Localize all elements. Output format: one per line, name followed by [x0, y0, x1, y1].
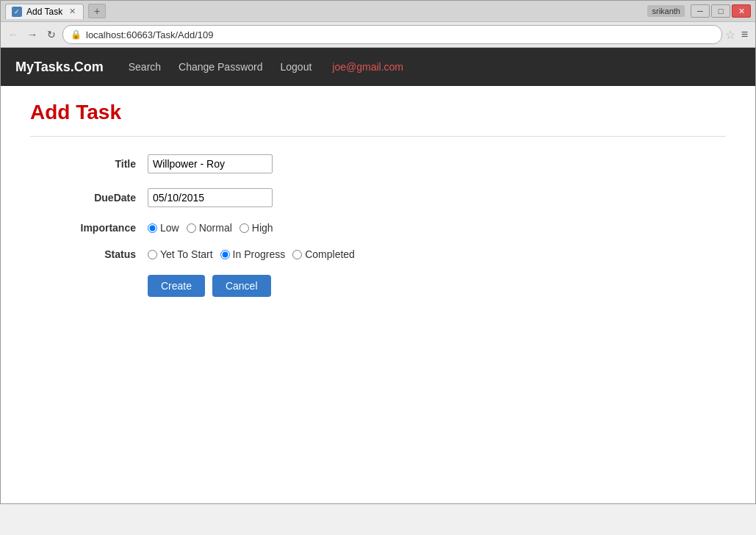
- browser-tab[interactable]: ✓ Add Task ✕: [5, 4, 84, 19]
- tab-close-button[interactable]: ✕: [67, 7, 77, 17]
- url-input[interactable]: [86, 29, 714, 40]
- importance-normal-option[interactable]: Normal: [187, 222, 232, 234]
- title-bar-left: ✓ Add Task ✕ +: [5, 4, 106, 19]
- nav-link-change-password[interactable]: Change Password: [179, 58, 262, 76]
- back-button[interactable]: ←: [5, 26, 21, 43]
- navbar-brand[interactable]: MyTasks.Com: [15, 60, 104, 75]
- title-row: Title: [60, 154, 726, 173]
- importance-high-radio[interactable]: [240, 223, 249, 233]
- navbar: MyTasks.Com Search Change Password Logou…: [1, 48, 755, 86]
- status-completed-label: Completed: [305, 248, 355, 260]
- status-row: Status Yet To Start In Progress Compl: [60, 248, 726, 260]
- importance-low-label: Low: [160, 222, 179, 234]
- status-completed-option[interactable]: Completed: [292, 248, 355, 260]
- status-label: Status: [60, 248, 148, 260]
- address-bar: ← → ↻ 🔒 ☆ ≡: [1, 21, 755, 48]
- status-yettostart-option[interactable]: Yet To Start: [148, 248, 213, 260]
- duedate-label: DueDate: [60, 192, 148, 204]
- importance-normal-label: Normal: [199, 222, 232, 234]
- tab-title: Add Task: [26, 7, 62, 17]
- duedate-input[interactable]: [148, 188, 273, 207]
- url-bar[interactable]: 🔒: [62, 25, 722, 44]
- importance-normal-radio[interactable]: [187, 223, 196, 233]
- status-inprogress-label: In Progress: [233, 248, 286, 260]
- restore-button[interactable]: □: [711, 4, 730, 18]
- status-completed-radio[interactable]: [292, 250, 302, 259]
- navbar-user-email: joe@gmail.com: [332, 61, 403, 73]
- close-button[interactable]: ✕: [732, 4, 751, 18]
- forward-button[interactable]: →: [24, 26, 40, 43]
- minimize-button[interactable]: ─: [691, 4, 710, 18]
- tab-icon: ✓: [12, 7, 22, 17]
- cancel-button[interactable]: Cancel: [212, 275, 271, 297]
- buttons-row: Create Cancel: [60, 275, 726, 297]
- page-content: MyTasks.Com Search Change Password Logou…: [1, 48, 755, 503]
- bookmark-icon[interactable]: ☆: [725, 28, 735, 42]
- add-task-form: Title DueDate Importance Low: [60, 154, 726, 297]
- importance-label: Importance: [60, 222, 148, 234]
- user-label: srikanth: [647, 5, 685, 17]
- status-yettostart-radio[interactable]: [148, 250, 157, 259]
- title-label: Title: [60, 158, 148, 170]
- title-bar-right: srikanth ─ □ ✕: [647, 4, 751, 18]
- divider: [30, 136, 726, 137]
- create-button[interactable]: Create: [148, 275, 205, 297]
- refresh-button[interactable]: ↻: [43, 26, 60, 43]
- nav-link-logout[interactable]: Logout: [280, 58, 312, 76]
- title-input[interactable]: [148, 154, 273, 173]
- status-yettostart-label: Yet To Start: [160, 248, 213, 260]
- security-icon: 🔒: [71, 29, 82, 40]
- importance-row: Importance Low Normal High: [60, 222, 726, 234]
- importance-high-label: High: [252, 222, 273, 234]
- status-radio-group: Yet To Start In Progress Completed: [148, 248, 355, 260]
- importance-low-radio[interactable]: [148, 223, 157, 233]
- importance-low-option[interactable]: Low: [148, 222, 179, 234]
- nav-link-search[interactable]: Search: [129, 58, 161, 76]
- status-inprogress-option[interactable]: In Progress: [220, 248, 286, 260]
- main-content: Add Task Title DueDate Importance: [1, 86, 755, 326]
- importance-radio-group: Low Normal High: [148, 222, 273, 234]
- duedate-row: DueDate: [60, 188, 726, 207]
- menu-icon[interactable]: ≡: [738, 26, 751, 43]
- page-title: Add Task: [30, 101, 726, 124]
- buttons-container: Create Cancel: [148, 275, 271, 297]
- importance-high-option[interactable]: High: [240, 222, 273, 234]
- new-tab-button[interactable]: +: [88, 4, 106, 18]
- status-inprogress-radio[interactable]: [220, 250, 230, 259]
